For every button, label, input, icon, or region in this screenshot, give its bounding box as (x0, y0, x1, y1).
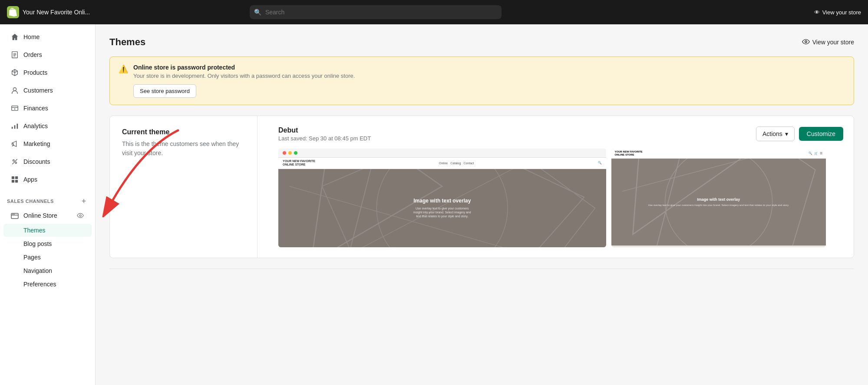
sidebar-item-analytics[interactable]: Analytics (3, 117, 92, 135)
search-icon: 🔍 (254, 9, 261, 16)
discounts-icon (10, 157, 19, 166)
sales-channels-header: SALES CHANNELS + (0, 192, 95, 207)
warning-icon: ⚠️ (119, 64, 128, 74)
sidebar-item-finances[interactable]: Finances (3, 100, 92, 117)
svg-point-15 (14, 214, 15, 215)
mockup-secondary-icons: 🔍 🛒 ☰ (809, 152, 822, 155)
svg-rect-5 (14, 125, 16, 129)
topbar-right: 👁 View your store (814, 9, 861, 16)
main-content: Themes View your store ⚠️ Online store i… (96, 24, 868, 385)
sidebar-sub-item-themes[interactable]: Themes (3, 224, 92, 237)
mockup-secondary-hero: Image with text overlay Use overlay text… (611, 159, 826, 246)
mockup-nav: YOUR NEW FAVORITEONLINE STORE Online Cat… (278, 158, 606, 169)
home-icon (10, 33, 19, 41)
svg-rect-12 (15, 180, 18, 183)
marketing-label: Marketing (23, 140, 50, 147)
topbar: Your New Favorite Onli... 🔍 👁 View your … (0, 0, 868, 24)
mockup-hero-title: Image with text overlay (413, 198, 471, 205)
online-store-label: Online Store (23, 212, 57, 219)
sales-channels-label: SALES CHANNELS (7, 199, 54, 204)
sidebar-item-customers[interactable]: Customers (3, 82, 92, 99)
customers-icon (10, 86, 19, 95)
mockup-secondary-nav: YOUR NEW FAVORITE ONLINE STORE 🔍 🛒 ☰ (611, 149, 826, 159)
search-input[interactable] (250, 5, 502, 19)
mockup-secondary: YOUR NEW FAVORITE ONLINE STORE 🔍 🛒 ☰ (611, 149, 826, 247)
nav-link-catalog: Catalog (450, 162, 461, 165)
view-store-label: View your store (822, 9, 861, 16)
shopify-icon (7, 6, 19, 18)
mockup-hero-overlay: Image with text overlay Use overlay text… (278, 169, 606, 247)
svg-rect-10 (15, 176, 18, 179)
actions-button[interactable]: Actions ▾ (756, 126, 795, 141)
svg-rect-11 (12, 180, 14, 183)
chevron-down-icon: ▾ (785, 130, 788, 137)
view-store-link[interactable]: View your store (802, 38, 854, 47)
mockup-secondary-desc: Use overlay text to give your customers … (648, 204, 789, 207)
sidebar-item-discounts[interactable]: Discounts (3, 153, 92, 170)
secondary-search-icon: 🔍 (809, 152, 812, 155)
page-header: Themes View your store (109, 37, 854, 48)
svg-rect-4 (12, 127, 13, 129)
add-sales-channel-button[interactable]: + (79, 197, 88, 206)
search-bar[interactable]: 🔍 (250, 5, 502, 19)
page-title: Themes (109, 37, 145, 48)
customers-label: Customers (23, 87, 53, 94)
mockup-hero: Image with text overlay Use overlay text… (278, 169, 606, 247)
sidebar-item-orders[interactable]: Orders (3, 46, 92, 63)
eye-icon: 👁 (814, 9, 820, 16)
svg-point-7 (13, 160, 15, 162)
theme-preview: Debut Last saved: Sep 30 at 08:45 pm EDT… (268, 116, 854, 258)
mockup-search-icon: 🔍 (598, 161, 602, 165)
current-theme-section: Current theme This is the theme customer… (109, 116, 854, 258)
online-store-eye-icon[interactable] (76, 211, 85, 220)
sidebar-sub-item-pages[interactable]: Pages (3, 251, 92, 264)
theme-name: Debut (278, 126, 371, 134)
marketing-icon (10, 139, 19, 148)
finances-label: Finances (23, 105, 48, 112)
see-store-password-button[interactable]: See store password (133, 84, 196, 98)
customize-button[interactable]: Customize (799, 127, 843, 141)
svg-point-16 (79, 215, 81, 216)
mockup-main: YOUR NEW FAVORITEONLINE STORE Online Cat… (278, 149, 606, 247)
browser-bar (278, 149, 606, 158)
browser-dot-red (283, 151, 286, 155)
analytics-label: Analytics (23, 123, 48, 129)
svg-point-14 (13, 214, 13, 215)
nav-link-online: Online (439, 162, 448, 165)
theme-actions: Actions ▾ Customize (756, 126, 843, 141)
products-icon (10, 68, 19, 77)
store-name: Your New Favorite Onli... (23, 9, 90, 16)
sidebar-sub-item-preferences[interactable]: Preferences (3, 278, 92, 291)
mockup-hero-desc: Use overlay text to give your customers … (412, 206, 472, 218)
apps-icon (10, 175, 19, 184)
sidebar-item-apps[interactable]: Apps (3, 171, 92, 188)
orders-icon (10, 50, 19, 59)
svg-rect-6 (17, 124, 18, 129)
online-store-item[interactable]: Online Store (3, 208, 92, 223)
mockup-nav-links: Online Catalog Contact (439, 162, 474, 165)
sidebar-item-products[interactable]: Products (3, 64, 92, 81)
store-logo[interactable]: Your New Favorite Onli... (7, 6, 90, 18)
sidebar-item-home[interactable]: Home (3, 28, 92, 46)
svg-point-1 (13, 88, 16, 91)
online-store-icon (10, 211, 19, 220)
current-theme-description: This is the theme customers see when the… (122, 139, 245, 158)
theme-preview-header: Debut Last saved: Sep 30 at 08:45 pm EDT… (278, 126, 843, 142)
svg-rect-9 (12, 176, 14, 179)
mockup-secondary-brand: YOUR NEW FAVORITE ONLINE STORE (615, 150, 645, 156)
analytics-icon (10, 122, 19, 130)
discounts-label: Discounts (23, 158, 50, 165)
sidebar-sub-item-navigation[interactable]: Navigation (3, 264, 92, 277)
sidebar-nav: Home Orders Products Customers (0, 24, 95, 385)
alert-banner: ⚠️ Online store is password protected Yo… (109, 56, 854, 105)
nav-link-contact: Contact (463, 162, 474, 165)
view-store-button[interactable]: 👁 View your store (814, 9, 861, 16)
products-label: Products (23, 69, 47, 76)
svg-point-17 (805, 40, 807, 43)
actions-label: Actions (762, 130, 782, 137)
sidebar-item-marketing[interactable]: Marketing (3, 135, 92, 153)
apps-label: Apps (23, 176, 37, 183)
home-label: Home (23, 33, 40, 40)
view-store-page-label: View your store (812, 39, 854, 46)
sidebar-sub-item-blog-posts[interactable]: Blog posts (3, 237, 92, 250)
